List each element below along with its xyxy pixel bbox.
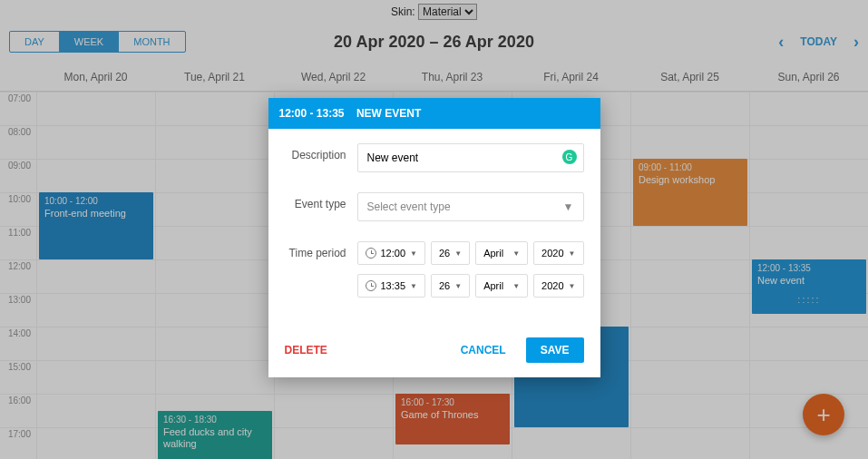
clock-icon: [366, 248, 376, 259]
modal-title: NEW EVENT: [356, 107, 421, 120]
cancel-button[interactable]: CANCEL: [461, 344, 506, 356]
label-description: Description: [285, 143, 357, 161]
caret-down-icon: ▼: [563, 200, 574, 213]
grammarly-icon[interactable]: G: [562, 150, 577, 164]
start-time-picker[interactable]: 12:00▼: [357, 241, 425, 265]
start-month-picker[interactable]: April▼: [475, 241, 528, 265]
modal-header: 12:00 - 13:35 NEW EVENT: [268, 98, 600, 129]
delete-button[interactable]: DELETE: [285, 344, 327, 356]
event-type-placeholder: Select event type: [367, 200, 451, 213]
end-day-picker[interactable]: 26▼: [431, 274, 470, 298]
event-modal: 12:00 - 13:35 NEW EVENT Description G Ev…: [268, 98, 600, 377]
start-year-picker[interactable]: 2020▼: [533, 241, 583, 265]
label-event-type: Event type: [285, 192, 357, 210]
event-type-select[interactable]: Select event type ▼: [357, 192, 584, 221]
clock-icon: [366, 280, 376, 291]
start-day-picker[interactable]: 26▼: [431, 241, 470, 265]
modal-overlay[interactable]: 12:00 - 13:35 NEW EVENT Description G Ev…: [0, 0, 868, 459]
save-button[interactable]: SAVE: [526, 337, 584, 363]
end-time-picker[interactable]: 13:35▼: [357, 274, 425, 298]
description-input[interactable]: [357, 143, 584, 172]
modal-time: 12:00 - 13:35: [279, 107, 345, 120]
label-time-period: Time period: [285, 241, 357, 259]
end-year-picker[interactable]: 2020▼: [533, 274, 583, 298]
end-month-picker[interactable]: April▼: [475, 274, 528, 298]
